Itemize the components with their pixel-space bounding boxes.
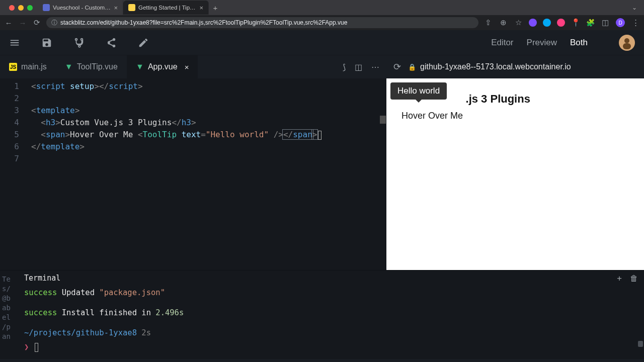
favicon-icon [128, 4, 135, 11]
vue-file-icon: ▼ [65, 63, 73, 71]
new-terminal-button[interactable]: + [617, 274, 622, 283]
preview-url-bar[interactable]: 🔒 github-1yxae8--5173.local.webcontainer… [408, 62, 637, 71]
browser-tab-label: Getting Started | Tippy.js [138, 5, 196, 11]
tabs-dropdown-icon[interactable]: ⌄ [625, 4, 644, 11]
user-avatar[interactable] [619, 35, 635, 51]
view-both-button[interactable]: Both [570, 38, 588, 48]
bookmark-icon[interactable]: ☆ [514, 18, 523, 27]
maximize-window-icon[interactable] [27, 5, 33, 11]
tab-app-vue[interactable]: ▼ App.vue × [127, 55, 198, 78]
share-icon[interactable]: ⇧ [484, 18, 493, 27]
terminal-output[interactable]: success Updated "package.json" success I… [24, 286, 638, 354]
tab-tooltip-vue[interactable]: ▼ ToolTip.vue [56, 55, 127, 78]
code-content[interactable]: <script setup></script> <template> <h3>C… [31, 80, 323, 165]
sidepanel-icon[interactable]: ◫ [601, 18, 610, 27]
terminal-header: Terminal + 🗑 [24, 270, 638, 286]
browser-extension-icons: ⇧ ⊕ ☆ 📍 🧩 ◫ D ⋮ [484, 18, 640, 27]
browser-tab-label: Vueschool - Custom Vue Js 3 … [53, 5, 111, 11]
view-preview-button[interactable]: Preview [527, 38, 557, 48]
terminal-title: Terminal [24, 274, 60, 283]
url-text: stackblitz.com/edit/github-1yxae8?file=s… [60, 19, 347, 26]
preview-toolbar: ⟳ 🔒 github-1yxae8--5173.local.webcontain… [386, 61, 644, 72]
code-editor[interactable]: 1234567 <script setup></script> <templat… [0, 78, 386, 270]
delete-terminal-button[interactable]: 🗑 [630, 274, 638, 283]
back-button[interactable]: ← [4, 19, 13, 27]
vue-file-icon: ▼ [136, 63, 144, 71]
browser-url-bar: ← → ⟳ ⓘ stackblitz.com/edit/github-1yxae… [0, 15, 644, 30]
kebab-menu-icon[interactable]: ⋮ [631, 18, 640, 27]
more-icon[interactable]: ⋯ [371, 62, 379, 72]
preview-url-text: github-1yxae8--5173.local.webcontainer.i… [420, 62, 571, 71]
edit-button[interactable] [138, 37, 149, 48]
file-tabs: JS main.js ▼ ToolTip.vue ▼ App.vue × [0, 55, 198, 78]
new-tab-button[interactable]: + [209, 4, 222, 12]
format-icon[interactable]: ⟆ [343, 62, 346, 72]
hover-target[interactable]: Hover Over Me [401, 111, 629, 121]
close-tab-icon[interactable]: × [199, 4, 203, 12]
ext-icon[interactable] [543, 19, 551, 27]
save-button[interactable] [41, 37, 52, 48]
main-area: 1234567 <script setup></script> <templat… [0, 78, 644, 270]
file-tab-label: ToolTip.vue [77, 62, 118, 71]
tab-main-js[interactable]: JS main.js [0, 55, 56, 78]
terminal-scrollbar[interactable] [638, 341, 643, 347]
preview-reload-button[interactable]: ⟳ [393, 61, 401, 72]
extensions-icon[interactable]: 🧩 [586, 19, 595, 27]
split-editor-icon[interactable]: ◫ [355, 62, 362, 72]
site-info-icon[interactable]: ⓘ [51, 19, 57, 27]
sub-toolbar: JS main.js ▼ ToolTip.vue ▼ App.vue × ⟆ ◫… [0, 55, 644, 78]
view-mode-toggle: Editor Preview Both [491, 38, 588, 48]
preview-pane[interactable]: Custom Vue.js 3 Plugins Hover Over Me He… [386, 78, 644, 270]
share-button[interactable] [106, 37, 117, 48]
close-tab-icon[interactable]: × [114, 4, 118, 12]
line-gutter: 1234567 [0, 80, 31, 165]
address-bar[interactable]: ⓘ stackblitz.com/edit/github-1yxae8?file… [46, 17, 478, 28]
reload-button[interactable]: ⟳ [32, 18, 41, 27]
fork-button[interactable] [73, 37, 85, 48]
close-tab-icon[interactable]: × [185, 63, 189, 71]
file-tab-label: App.vue [148, 62, 178, 71]
lock-icon: 🔒 [408, 63, 416, 71]
ext-icon[interactable] [529, 19, 537, 27]
forward-button[interactable]: → [18, 19, 27, 27]
zoom-icon[interactable]: ⊕ [499, 18, 508, 27]
browser-tab-vueschool[interactable]: Vueschool - Custom Vue Js 3 … × [38, 1, 123, 15]
terminal-panel: Tes/@babel/pan Terminal + 🗑 success Upda… [0, 270, 644, 359]
js-file-icon: JS [9, 63, 17, 71]
app-header: Editor Preview Both [0, 30, 644, 55]
browser-tab-tippy[interactable]: Getting Started | Tippy.js × [123, 1, 209, 15]
close-window-icon[interactable] [9, 5, 15, 11]
pin-icon[interactable]: 📍 [571, 18, 580, 27]
window-controls[interactable] [4, 5, 38, 11]
favicon-icon [43, 4, 50, 11]
file-tab-label: main.js [21, 62, 47, 71]
menu-button[interactable] [9, 37, 20, 48]
ext-icon[interactable] [557, 19, 565, 27]
profile-avatar-icon[interactable]: D [616, 18, 625, 27]
minimize-window-icon[interactable] [18, 5, 24, 11]
minimap-marker[interactable] [380, 116, 386, 124]
view-editor-button[interactable]: Editor [491, 38, 513, 48]
browser-tab-bar: Vueschool - Custom Vue Js 3 … × Getting … [0, 0, 644, 15]
terminal-left-gutter: Tes/@babel/pan [0, 270, 18, 359]
tooltip-popup: Hello world [390, 82, 447, 100]
